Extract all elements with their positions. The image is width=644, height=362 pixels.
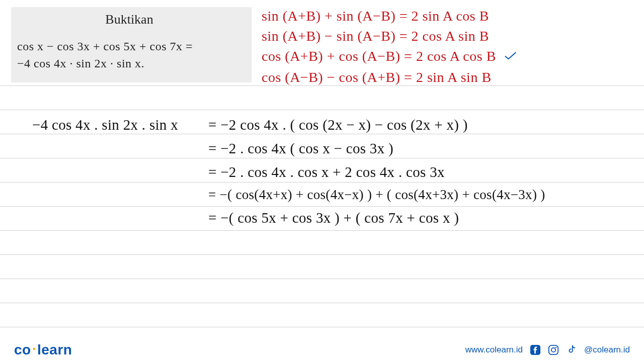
problem-title: Buktikan <box>17 12 242 27</box>
checkmark-icon <box>503 46 517 68</box>
svg-point-2 <box>551 348 555 352</box>
work-rhs-2: = −2 . cos 4x ( cos x − cos 3x ) <box>208 137 393 160</box>
svg-rect-1 <box>549 345 558 354</box>
work-rhs-5: = −( cos 5x + cos 3x ) + ( cos 7x + cos … <box>208 206 459 230</box>
brand-logo: co·learn <box>14 342 72 358</box>
problem-equation: cos x − cos 3x + cos 5x + cos 7x = −4 co… <box>17 38 242 72</box>
work-rhs-4: = −( cos(4x+x) + cos(4x−x) ) + ( cos(4x+… <box>208 184 545 206</box>
identity-3-text: cos (A+B) + cos (A−B) = 2 cos A cos B <box>262 48 496 64</box>
work-line-5: = −( cos 5x + cos 3x ) + ( cos 7x + cos … <box>32 206 636 230</box>
problem-line-2: −4 cos 4x · sin 2x · sin x. <box>17 55 242 72</box>
brand-co: co <box>14 342 31 357</box>
work-line-2: = −2 . cos 4x ( cos x − cos 3x ) <box>32 137 636 160</box>
footer-right: www.colearn.id @colearn.id <box>465 344 630 355</box>
instagram-icon <box>548 344 559 355</box>
identity-1: sin (A+B) + sin (A−B) = 2 sin A cos B <box>262 6 639 26</box>
work-lhs: −4 cos 4x . sin 2x . sin x <box>32 113 208 137</box>
work-line-1: −4 cos 4x . sin 2x . sin x = −2 cos 4x .… <box>32 113 636 137</box>
footer: co·learn www.colearn.id @colearn.id <box>0 338 644 362</box>
brand-dot-icon: · <box>31 341 37 356</box>
svg-point-3 <box>555 347 556 348</box>
identity-4: cos (A−B) − cos (A+B) = 2 sin A sin B <box>262 67 639 87</box>
work-line-3: = −2 . cos 4x . cos x + 2 cos 4x . cos 3… <box>32 160 636 184</box>
tiktok-icon <box>566 344 577 355</box>
facebook-icon <box>530 344 541 355</box>
trig-identities: sin (A+B) + sin (A−B) = 2 sin A cos B si… <box>262 6 639 87</box>
footer-url: www.colearn.id <box>465 345 523 355</box>
brand-learn: learn <box>37 342 72 357</box>
work-rhs-3: = −2 . cos 4x . cos x + 2 cos 4x . cos 3… <box>208 160 445 184</box>
work-line-4: = −( cos(4x+x) + cos(4x−x) ) + ( cos(4x+… <box>32 184 636 206</box>
problem-box: Buktikan cos x − cos 3x + cos 5x + cos 7… <box>11 7 252 82</box>
identity-2: sin (A+B) − sin (A−B) = 2 cos A sin B <box>262 26 639 46</box>
problem-line-1: cos x − cos 3x + cos 5x + cos 7x = <box>17 38 242 55</box>
solution-work: −4 cos 4x . sin 2x . sin x = −2 cos 4x .… <box>32 113 636 230</box>
footer-handle: @colearn.id <box>584 345 630 355</box>
identity-3: cos (A+B) + cos (A−B) = 2 cos A cos B <box>262 46 639 68</box>
work-rhs-1: = −2 cos 4x . ( cos (2x − x) − cos (2x +… <box>208 113 468 137</box>
